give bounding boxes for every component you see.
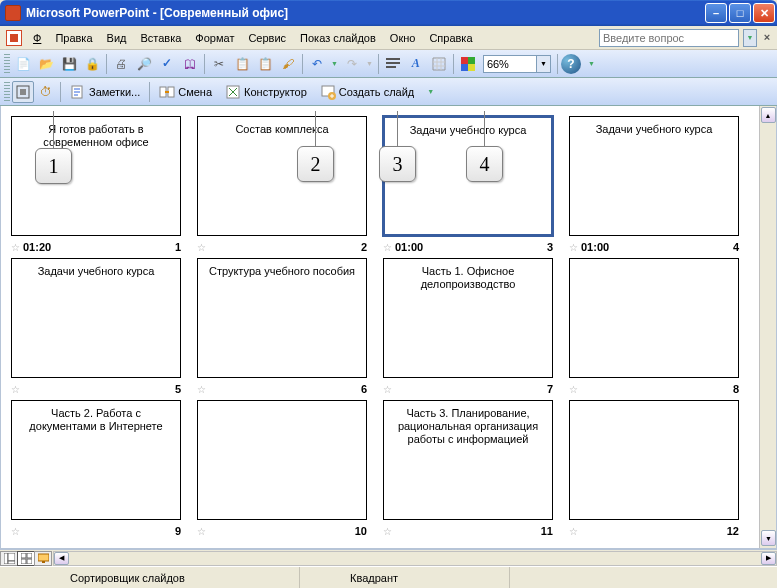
- slide-thumbnail[interactable]: Задачи учебного курса: [569, 116, 739, 236]
- scroll-up-button[interactable]: ▲: [761, 107, 776, 123]
- slide-cell[interactable]: Часть 3. Планирование, рациональная орга…: [383, 400, 553, 540]
- transition-icon: ☆: [197, 526, 206, 537]
- slide-cell[interactable]: ☆10: [197, 400, 367, 540]
- slide-sorter-view-button[interactable]: [17, 551, 35, 566]
- grid-guides-button[interactable]: [428, 53, 450, 75]
- close-button[interactable]: ✕: [753, 3, 775, 23]
- slide-title: Я готов работать в современном офисе: [18, 123, 174, 149]
- slide-cell[interactable]: Задачи учебного курса☆01:003: [383, 116, 553, 256]
- ask-question-input[interactable]: [599, 29, 739, 47]
- slide-cell[interactable]: Структура учебного пособия☆6: [197, 258, 367, 398]
- toolbar2-options-dropdown[interactable]: ▼: [425, 88, 436, 95]
- zoom-dropdown[interactable]: ▼: [537, 55, 551, 73]
- doc-close-button[interactable]: ×: [759, 30, 775, 46]
- new-slide-button[interactable]: Создать слайд: [314, 81, 420, 103]
- vertical-scrollbar[interactable]: ▲ ▼: [759, 106, 776, 548]
- toolbar-grip[interactable]: [4, 82, 10, 102]
- svg-rect-6: [468, 64, 475, 71]
- menu-view[interactable]: Вид: [100, 29, 134, 47]
- design-icon: [225, 84, 241, 100]
- slide-cell[interactable]: Часть 2. Работа с документами в Интернет…: [11, 400, 181, 540]
- separator: [453, 54, 454, 74]
- redo-button[interactable]: ↷: [341, 53, 363, 75]
- slide-thumbnail[interactable]: Я готов работать в современном офисе: [11, 116, 181, 236]
- notes-label: Заметки...: [89, 86, 140, 98]
- slide-cell[interactable]: Часть 1. Офисное делопроизводство☆7: [383, 258, 553, 398]
- hide-slide-button[interactable]: [12, 81, 34, 103]
- menu-help[interactable]: Справка: [422, 29, 479, 47]
- research-button[interactable]: 🕮: [179, 53, 201, 75]
- normal-view-button[interactable]: [0, 551, 18, 566]
- show-formatting-button[interactable]: A: [405, 53, 427, 75]
- transition-button[interactable]: Смена: [153, 81, 218, 103]
- svg-rect-16: [8, 553, 15, 561]
- menu-window[interactable]: Окно: [383, 29, 423, 47]
- cut-button[interactable]: ✂: [208, 53, 230, 75]
- slide-thumbnail[interactable]: [569, 258, 739, 378]
- zoom-input[interactable]: [483, 55, 537, 73]
- slide-thumbnail[interactable]: Задачи учебного курса: [383, 116, 553, 236]
- format-painter-button[interactable]: 🖌: [277, 53, 299, 75]
- menu-tools[interactable]: Сервис: [241, 29, 293, 47]
- slide-thumbnail[interactable]: Состав комплекса: [197, 116, 367, 236]
- scroll-right-button[interactable]: ▶: [761, 552, 776, 565]
- maximize-button[interactable]: □: [729, 3, 751, 23]
- slideshow-view-button[interactable]: [34, 551, 52, 566]
- status-design: Квадрант: [300, 567, 510, 588]
- menu-insert[interactable]: Вставка: [133, 29, 188, 47]
- horizontal-scrollbar[interactable]: ◀ ▶: [53, 551, 777, 566]
- status-mode: Сортировщик слайдов: [0, 567, 300, 588]
- copy-button[interactable]: 📋: [231, 53, 253, 75]
- undo-dropdown[interactable]: ▼: [329, 60, 340, 67]
- menu-edit[interactable]: Правка: [48, 29, 99, 47]
- new-button[interactable]: 📄: [12, 53, 34, 75]
- slide-thumbnail[interactable]: Структура учебного пособия: [197, 258, 367, 378]
- menu-file[interactable]: Ф: [26, 29, 48, 47]
- slide-thumbnail[interactable]: [569, 400, 739, 520]
- undo-button[interactable]: ↶: [306, 53, 328, 75]
- rehearse-timings-button[interactable]: ⏱: [35, 81, 57, 103]
- redo-dropdown[interactable]: ▼: [364, 60, 375, 67]
- slide-number: 8: [733, 383, 739, 395]
- slide-cell[interactable]: ☆12: [569, 400, 739, 540]
- slide-cell[interactable]: Задачи учебного курса☆5: [11, 258, 181, 398]
- slide-title: Часть 2. Работа с документами в Интернет…: [18, 407, 174, 433]
- app-icon: [5, 5, 21, 21]
- slide-cell[interactable]: ☆8: [569, 258, 739, 398]
- slide-number: 7: [547, 383, 553, 395]
- notes-button[interactable]: Заметки...: [64, 81, 146, 103]
- spellcheck-button[interactable]: ✓: [156, 53, 178, 75]
- doc-control-icon[interactable]: [6, 30, 22, 46]
- design-button[interactable]: Конструктор: [219, 81, 313, 103]
- slide-thumbnail[interactable]: Часть 2. Работа с документами в Интернет…: [11, 400, 181, 520]
- scroll-down-button[interactable]: ▼: [761, 530, 776, 546]
- open-button[interactable]: 📂: [35, 53, 57, 75]
- separator: [149, 82, 150, 102]
- statusbar: Сортировщик слайдов Квадрант: [0, 566, 777, 588]
- slides-area[interactable]: Я готов работать в современном офисе☆01:…: [11, 116, 756, 548]
- ask-question-box[interactable]: [599, 29, 739, 47]
- scroll-left-button[interactable]: ◀: [54, 552, 69, 565]
- slide-thumbnail[interactable]: Задачи учебного курса: [11, 258, 181, 378]
- print-button[interactable]: 🖨: [110, 53, 132, 75]
- minimize-button[interactable]: –: [705, 3, 727, 23]
- paste-button[interactable]: 📋: [254, 53, 276, 75]
- slide-cell[interactable]: Я готов работать в современном офисе☆01:…: [11, 116, 181, 256]
- color-grayscale-button[interactable]: [457, 53, 479, 75]
- menu-slideshow[interactable]: Показ слайдов: [293, 29, 383, 47]
- print-preview-button[interactable]: 🔎: [133, 53, 155, 75]
- save-button[interactable]: 💾: [58, 53, 80, 75]
- slide-thumbnail[interactable]: Часть 1. Офисное делопроизводство: [383, 258, 553, 378]
- slide-cell[interactable]: Состав комплекса☆2: [197, 116, 367, 256]
- slide-thumbnail[interactable]: Часть 3. Планирование, рациональная орга…: [383, 400, 553, 520]
- permissions-button[interactable]: 🔒: [81, 53, 103, 75]
- toolbar-options-dropdown[interactable]: ▼: [586, 60, 597, 67]
- slide-cell[interactable]: Задачи учебного курса☆01:004: [569, 116, 739, 256]
- summary-slide-button[interactable]: [382, 53, 404, 75]
- menu-format[interactable]: Формат: [188, 29, 241, 47]
- separator: [378, 54, 379, 74]
- toolbar-grip[interactable]: [4, 54, 10, 74]
- slide-thumbnail[interactable]: [197, 400, 367, 520]
- help-button[interactable]: ?: [561, 54, 581, 74]
- ask-question-dropdown[interactable]: ▼: [743, 29, 757, 47]
